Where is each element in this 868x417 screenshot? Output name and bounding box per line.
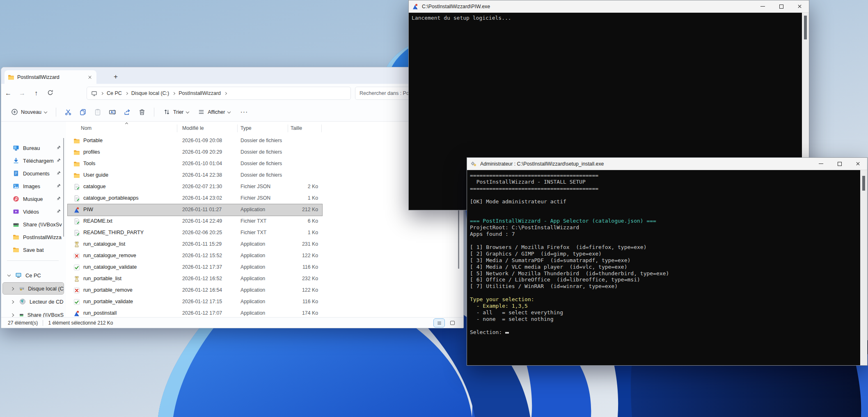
file-row-run-catalogue-list[interactable]: run_catalogue_list 2026-01-11 15:29 Appl… xyxy=(68,239,322,250)
chevron-right-icon[interactable] xyxy=(9,312,15,318)
file-row-user-guide[interactable]: User guide 2026-01-14 22:38 Dossier de f… xyxy=(68,170,322,181)
file-row-catalogue[interactable]: catalogue 2026-02-07 21:30 Fichier JSON … xyxy=(68,181,322,193)
setup-console-titlebar[interactable]: Administrateur : C:\PostInstallWizzard\s… xyxy=(467,158,867,170)
file-row-run-portable-list[interactable]: run_portable_list 2026-01-12 16:52 Appli… xyxy=(68,273,322,285)
forward-button[interactable]: → xyxy=(15,90,29,97)
chevron-down-icon[interactable] xyxy=(6,272,12,278)
column-header-taille[interactable]: Taille xyxy=(291,125,302,131)
new-button[interactable]: Nouveau xyxy=(8,106,50,118)
chevron-down-icon xyxy=(44,110,47,113)
breadcrumb[interactable]: Ce PC Disque local (C:) PostInstallWizza… xyxy=(87,87,351,100)
sort-button[interactable]: Trier xyxy=(160,106,192,118)
file-row-profiles[interactable]: profiles 2026-01-09 20:29 Dossier de fic… xyxy=(68,147,322,158)
console-line-app-2: [ 2] Graphics / GIMP (id=gimp, type=exe) xyxy=(470,251,860,257)
file-row-readme[interactable]: README.txt 2026-01-14 22:49 Fichier TXT … xyxy=(68,216,322,227)
copy-button[interactable] xyxy=(77,108,89,116)
desktop-icon xyxy=(13,145,19,151)
icons-view-button[interactable] xyxy=(447,319,458,327)
minimize-button[interactable] xyxy=(812,158,830,170)
folder-icon xyxy=(13,234,19,240)
chevron-right-icon[interactable] xyxy=(9,286,15,291)
sidebar-scrollbar[interactable] xyxy=(63,138,64,237)
back-button[interactable]: ← xyxy=(1,90,15,97)
item-count: 27 élément(s) xyxy=(8,320,38,326)
sidebar-item-postinstallwizzard[interactable]: PostInstallWizza xyxy=(3,231,64,243)
window-title: C:\PostInstallWizzard\PIW.exe xyxy=(422,4,750,9)
file-row-run-portable-remove[interactable]: run_portable_remove 2026-01-12 16:54 App… xyxy=(68,285,322,296)
sidebar-item-telechargements[interactable]: Téléchargem xyxy=(3,155,64,166)
file-row-run-portable-validate[interactable]: run_portable_validate 2026-01-12 17:15 A… xyxy=(68,296,322,308)
explorer-tab[interactable]: PostInstallWizzard xyxy=(5,70,96,84)
paste-button[interactable] xyxy=(92,108,104,116)
status-bar: 27 élément(s) 1 élément sélectionné 212 … xyxy=(1,317,463,328)
breadcrumb-item-ce-pc[interactable]: Ce PC xyxy=(107,90,122,96)
file-row-run-catalogue-validate[interactable]: run_catalogue_validate 2026-01-12 17:37 … xyxy=(68,262,322,273)
rename-button[interactable] xyxy=(106,108,119,116)
view-button[interactable]: Afficher xyxy=(195,106,234,118)
console-prompt-line[interactable]: Selection: xyxy=(470,329,860,336)
folder-icon xyxy=(73,172,80,179)
delete-button[interactable] xyxy=(136,108,148,116)
setup-console-scrollbar[interactable] xyxy=(860,170,867,365)
sidebar-tree-disque-local-c[interactable]: Disque local (C xyxy=(3,283,64,294)
minimize-button[interactable] xyxy=(753,0,772,12)
sidebar-item-share[interactable]: Share (\\VBoxSv xyxy=(3,219,64,230)
breadcrumb-item-postinstallwizzard[interactable]: PostInstallWizzard xyxy=(179,90,221,96)
column-header-nom[interactable]: Nom xyxy=(81,125,92,131)
file-row-piw-selected[interactable]: PIW 2026-01-11 01:27 Application 212 Ko xyxy=(68,204,322,216)
scrollbar-thumb[interactable] xyxy=(862,176,865,191)
new-tab-button[interactable]: + xyxy=(111,72,120,81)
close-button[interactable] xyxy=(849,158,867,170)
clipboard-icon xyxy=(94,108,101,116)
file-row-run-catalogue-remove[interactable]: run_catalogue_remove 2026-01-12 15:52 Ap… xyxy=(68,250,322,262)
file-explorer-window: PostInstallWizzard + ← → ↑ Ce PC Disque … xyxy=(1,67,464,328)
green-check-app-icon xyxy=(73,264,80,271)
maximize-button[interactable] xyxy=(772,0,790,12)
text-cursor xyxy=(505,332,509,334)
column-divider[interactable] xyxy=(321,124,322,132)
more-options-button[interactable]: ··· xyxy=(236,108,252,116)
sidebar-item-videos[interactable]: Vidéos xyxy=(3,206,64,217)
gears-icon xyxy=(470,161,477,167)
column-header-type[interactable]: Type xyxy=(240,125,252,131)
sidebar-divider xyxy=(7,260,59,261)
share-icon xyxy=(124,108,131,116)
console-line xyxy=(470,237,860,244)
explorer-tab-strip: PostInstallWizzard + xyxy=(1,67,463,84)
toolbar-divider xyxy=(154,108,154,117)
hourglass-app-icon xyxy=(73,276,80,282)
setup-console-window: Administrateur : C:\PostInstallWizzard\s… xyxy=(467,157,868,366)
breadcrumb-item-disque-c[interactable]: Disque local (C:) xyxy=(131,90,169,96)
maximize-button[interactable] xyxy=(830,158,849,170)
column-header-modifie[interactable]: Modifié le xyxy=(182,125,204,131)
console-line xyxy=(470,211,860,218)
sidebar-tree-lecteur-cd[interactable]: Lecteur de CD xyxy=(3,296,64,307)
file-row-readme-third-party[interactable]: README_THIRD_PARTY 2026-02-06 20:25 Fich… xyxy=(68,227,322,239)
column-divider[interactable] xyxy=(177,124,177,132)
sidebar-tree-ce-pc[interactable]: Ce PC xyxy=(3,270,64,281)
console-line: - none = select nothing xyxy=(470,316,860,323)
refresh-button[interactable] xyxy=(43,90,57,97)
cut-button[interactable] xyxy=(62,108,74,116)
share-button[interactable] xyxy=(121,108,133,116)
file-row-portable[interactable]: Portable 2026-01-09 20:08 Dossier de fic… xyxy=(68,135,322,147)
console-line: - all = select everything xyxy=(470,309,860,316)
scrollbar-thumb[interactable] xyxy=(804,16,807,39)
sidebar-item-save-bat[interactable]: Save bat xyxy=(3,244,64,256)
close-button[interactable] xyxy=(790,0,809,12)
chevron-right-icon[interactable] xyxy=(9,299,15,304)
red-x-app-icon xyxy=(73,287,80,294)
sidebar-item-images[interactable]: Images xyxy=(3,180,64,192)
pin-icon xyxy=(56,196,61,201)
sidebar-item-musique[interactable]: Musique xyxy=(3,193,64,205)
tab-close-icon[interactable] xyxy=(87,74,93,81)
sidebar-item-documents[interactable]: Documents xyxy=(3,168,64,179)
piw-console-titlebar[interactable]: C:\PostInstallWizzard\PIW.exe xyxy=(409,0,809,13)
column-divider[interactable] xyxy=(288,124,288,132)
up-button[interactable]: ↑ xyxy=(29,90,43,97)
column-divider[interactable] xyxy=(237,124,238,132)
file-row-tools[interactable]: Tools 2026-01-10 01:04 Dossier de fichie… xyxy=(68,158,322,170)
sidebar-item-bureau[interactable]: Bureau xyxy=(3,142,64,154)
details-view-button[interactable] xyxy=(434,319,444,327)
file-row-catalogue-portableapps[interactable]: catalogue_portableapps 2026-01-14 23:02 … xyxy=(68,193,322,204)
